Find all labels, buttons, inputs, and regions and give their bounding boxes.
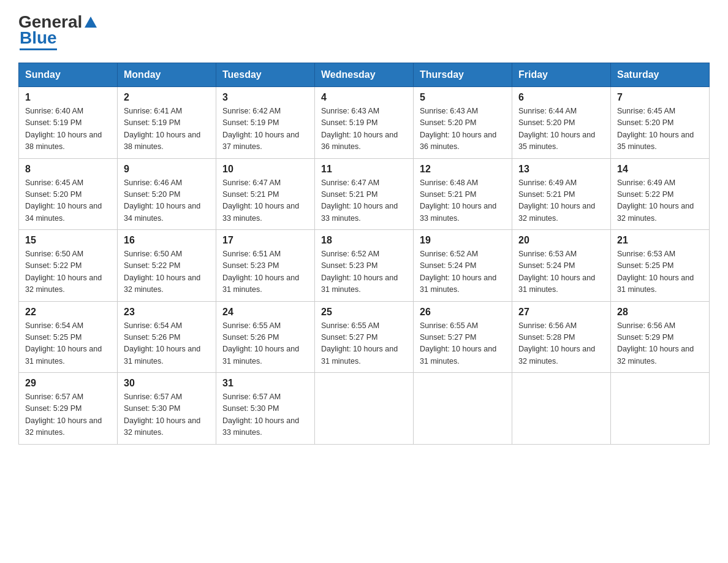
day-info: Sunrise: 6:46 AMSunset: 5:20 PMDaylight:…	[124, 177, 210, 225]
day-cell-14: 14Sunrise: 6:49 AMSunset: 5:22 PMDayligh…	[611, 158, 710, 230]
day-info: Sunrise: 6:40 AMSunset: 5:19 PMDaylight:…	[25, 105, 111, 153]
day-number: 3	[222, 92, 308, 103]
day-number: 10	[222, 164, 308, 175]
empty-cell	[414, 373, 512, 445]
day-number: 6	[518, 92, 604, 103]
header-wednesday: Wednesday	[315, 63, 414, 87]
logo: General Blue	[18, 12, 98, 50]
day-cell-25: 25Sunrise: 6:55 AMSunset: 5:27 PMDayligh…	[315, 301, 414, 373]
day-info: Sunrise: 6:56 AMSunset: 5:28 PMDaylight:…	[518, 320, 604, 368]
day-number: 26	[420, 307, 506, 318]
header-saturday: Saturday	[611, 63, 710, 87]
day-number: 1	[25, 92, 111, 103]
day-number: 2	[124, 92, 210, 103]
day-number: 31	[222, 378, 308, 389]
empty-cell	[611, 373, 710, 445]
day-cell-10: 10Sunrise: 6:47 AMSunset: 5:21 PMDayligh…	[216, 158, 315, 230]
day-info: Sunrise: 6:48 AMSunset: 5:21 PMDaylight:…	[420, 177, 506, 225]
day-cell-27: 27Sunrise: 6:56 AMSunset: 5:28 PMDayligh…	[512, 301, 611, 373]
day-info: Sunrise: 6:55 AMSunset: 5:27 PMDaylight:…	[321, 320, 407, 368]
day-number: 27	[518, 307, 604, 318]
day-cell-19: 19Sunrise: 6:52 AMSunset: 5:24 PMDayligh…	[414, 230, 512, 302]
week-row-3: 15Sunrise: 6:50 AMSunset: 5:22 PMDayligh…	[19, 230, 710, 302]
day-number: 17	[222, 235, 308, 246]
day-cell-4: 4Sunrise: 6:43 AMSunset: 5:19 PMDaylight…	[315, 87, 414, 159]
day-number: 19	[420, 235, 506, 246]
day-info: Sunrise: 6:52 AMSunset: 5:24 PMDaylight:…	[420, 248, 506, 296]
day-cell-30: 30Sunrise: 6:57 AMSunset: 5:30 PMDayligh…	[118, 373, 216, 445]
day-cell-21: 21Sunrise: 6:53 AMSunset: 5:25 PMDayligh…	[611, 230, 710, 302]
day-number: 5	[420, 92, 506, 103]
day-number: 18	[321, 235, 407, 246]
day-cell-31: 31Sunrise: 6:57 AMSunset: 5:30 PMDayligh…	[216, 373, 315, 445]
day-cell-20: 20Sunrise: 6:53 AMSunset: 5:24 PMDayligh…	[512, 230, 611, 302]
day-info: Sunrise: 6:55 AMSunset: 5:26 PMDaylight:…	[222, 320, 308, 368]
header-sunday: Sunday	[19, 63, 118, 87]
day-cell-24: 24Sunrise: 6:55 AMSunset: 5:26 PMDayligh…	[216, 301, 315, 373]
week-row-5: 29Sunrise: 6:57 AMSunset: 5:29 PMDayligh…	[19, 373, 710, 445]
day-number: 24	[222, 307, 308, 318]
day-info: Sunrise: 6:56 AMSunset: 5:29 PMDaylight:…	[617, 320, 703, 368]
day-info: Sunrise: 6:49 AMSunset: 5:22 PMDaylight:…	[617, 177, 703, 225]
day-cell-17: 17Sunrise: 6:51 AMSunset: 5:23 PMDayligh…	[216, 230, 315, 302]
day-info: Sunrise: 6:49 AMSunset: 5:21 PMDaylight:…	[518, 177, 604, 225]
day-cell-18: 18Sunrise: 6:52 AMSunset: 5:23 PMDayligh…	[315, 230, 414, 302]
day-info: Sunrise: 6:43 AMSunset: 5:19 PMDaylight:…	[321, 105, 407, 153]
header-thursday: Thursday	[414, 63, 512, 87]
day-cell-26: 26Sunrise: 6:55 AMSunset: 5:27 PMDayligh…	[414, 301, 512, 373]
day-number: 9	[124, 164, 210, 175]
day-number: 25	[321, 307, 407, 318]
day-info: Sunrise: 6:44 AMSunset: 5:20 PMDaylight:…	[518, 105, 604, 153]
day-cell-23: 23Sunrise: 6:54 AMSunset: 5:26 PMDayligh…	[118, 301, 216, 373]
empty-cell	[315, 373, 414, 445]
day-info: Sunrise: 6:53 AMSunset: 5:25 PMDaylight:…	[617, 248, 703, 296]
day-number: 23	[124, 307, 210, 318]
day-cell-6: 6Sunrise: 6:44 AMSunset: 5:20 PMDaylight…	[512, 87, 611, 159]
day-number: 4	[321, 92, 407, 103]
day-info: Sunrise: 6:47 AMSunset: 5:21 PMDaylight:…	[222, 177, 308, 225]
day-cell-3: 3Sunrise: 6:42 AMSunset: 5:19 PMDaylight…	[216, 87, 315, 159]
day-info: Sunrise: 6:45 AMSunset: 5:20 PMDaylight:…	[617, 105, 703, 153]
day-number: 7	[617, 92, 703, 103]
day-info: Sunrise: 6:41 AMSunset: 5:19 PMDaylight:…	[124, 105, 210, 153]
day-number: 8	[25, 164, 111, 175]
day-number: 16	[124, 235, 210, 246]
empty-cell	[512, 373, 611, 445]
day-number: 14	[617, 164, 703, 175]
day-number: 11	[321, 164, 407, 175]
day-info: Sunrise: 6:54 AMSunset: 5:25 PMDaylight:…	[25, 320, 111, 368]
day-cell-7: 7Sunrise: 6:45 AMSunset: 5:20 PMDaylight…	[611, 87, 710, 159]
day-number: 12	[420, 164, 506, 175]
week-row-1: 1Sunrise: 6:40 AMSunset: 5:19 PMDaylight…	[19, 87, 710, 159]
day-cell-13: 13Sunrise: 6:49 AMSunset: 5:21 PMDayligh…	[512, 158, 611, 230]
day-cell-8: 8Sunrise: 6:45 AMSunset: 5:20 PMDaylight…	[19, 158, 118, 230]
day-info: Sunrise: 6:50 AMSunset: 5:22 PMDaylight:…	[25, 248, 111, 296]
day-info: Sunrise: 6:45 AMSunset: 5:20 PMDaylight:…	[25, 177, 111, 225]
day-info: Sunrise: 6:47 AMSunset: 5:21 PMDaylight:…	[321, 177, 407, 225]
day-info: Sunrise: 6:53 AMSunset: 5:24 PMDaylight:…	[518, 248, 604, 296]
day-number: 21	[617, 235, 703, 246]
page-header: General Blue	[18, 12, 710, 50]
day-info: Sunrise: 6:54 AMSunset: 5:26 PMDaylight:…	[124, 320, 210, 368]
day-number: 22	[25, 307, 111, 318]
logo-blue-text: Blue	[20, 28, 57, 50]
header-monday: Monday	[118, 63, 216, 87]
day-info: Sunrise: 6:57 AMSunset: 5:29 PMDaylight:…	[25, 391, 111, 439]
day-cell-22: 22Sunrise: 6:54 AMSunset: 5:25 PMDayligh…	[19, 301, 118, 373]
day-number: 13	[518, 164, 604, 175]
day-number: 20	[518, 235, 604, 246]
day-info: Sunrise: 6:42 AMSunset: 5:19 PMDaylight:…	[222, 105, 308, 153]
day-cell-16: 16Sunrise: 6:50 AMSunset: 5:22 PMDayligh…	[118, 230, 216, 302]
week-row-4: 22Sunrise: 6:54 AMSunset: 5:25 PMDayligh…	[19, 301, 710, 373]
day-info: Sunrise: 6:55 AMSunset: 5:27 PMDaylight:…	[420, 320, 506, 368]
calendar-table: SundayMondayTuesdayWednesdayThursdayFrid…	[18, 63, 710, 445]
day-cell-1: 1Sunrise: 6:40 AMSunset: 5:19 PMDaylight…	[19, 87, 118, 159]
day-cell-28: 28Sunrise: 6:56 AMSunset: 5:29 PMDayligh…	[611, 301, 710, 373]
day-number: 30	[124, 378, 210, 389]
header-tuesday: Tuesday	[216, 63, 315, 87]
day-number: 15	[25, 235, 111, 246]
calendar-header-row: SundayMondayTuesdayWednesdayThursdayFrid…	[19, 63, 710, 87]
day-cell-9: 9Sunrise: 6:46 AMSunset: 5:20 PMDaylight…	[118, 158, 216, 230]
day-cell-29: 29Sunrise: 6:57 AMSunset: 5:29 PMDayligh…	[19, 373, 118, 445]
day-info: Sunrise: 6:43 AMSunset: 5:20 PMDaylight:…	[420, 105, 506, 153]
